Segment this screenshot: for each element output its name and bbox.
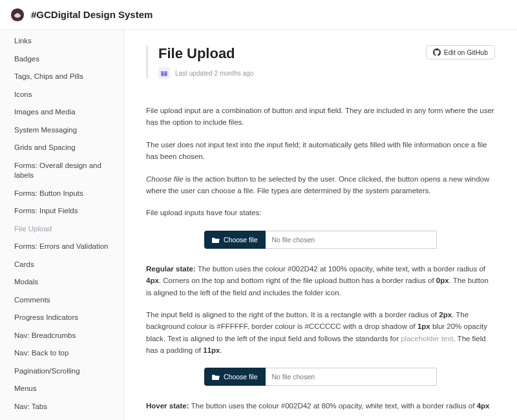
sidebar-item[interactable]: Grids and Spacing	[0, 139, 123, 157]
sidebar-item[interactable]: Links	[0, 32, 123, 50]
choose-file-button[interactable]: Choose file	[204, 231, 266, 249]
avatar	[158, 67, 170, 79]
content-body: File upload input are a combination of b…	[146, 105, 495, 412]
gift-icon	[160, 68, 169, 78]
paragraph: Choose file is the action button to be s…	[146, 173, 495, 197]
file-upload-demo: Choose file No file chosen	[204, 368, 437, 386]
intro-paragraph: File upload input are a combination of b…	[146, 105, 495, 129]
edit-label: Edit on GitHub	[444, 48, 488, 56]
regular-state-input-paragraph: The input field is aligned to the right …	[146, 309, 495, 357]
page-header: File Upload Last updated 2 months ago Ed…	[146, 45, 495, 79]
sidebar-item[interactable]: Tags, Chips and Pills	[0, 68, 123, 86]
sidebar-item[interactable]: Modals	[0, 273, 123, 291]
sidebar-item[interactable]: Forms: Input Fields	[0, 202, 123, 220]
page-meta: Last updated 2 months ago	[158, 67, 426, 79]
sidebar-item[interactable]: Nav: Breadcrumbs	[0, 327, 123, 345]
github-icon	[433, 48, 441, 56]
folder-open-icon	[212, 373, 220, 380]
sidebar-item[interactable]: Forms: Errors and Validation	[0, 238, 123, 256]
app-header: #GCDigital Design System	[0, 0, 517, 30]
svg-rect-3	[164, 71, 164, 76]
file-upload-demo: Choose file No file chosen	[204, 231, 437, 249]
updated-text: Last updated 2 months ago	[175, 70, 253, 77]
sidebar-item[interactable]: Images and Media	[0, 103, 123, 121]
placeholder-text-link[interactable]: placeholder text	[401, 335, 453, 342]
sidebar-item[interactable]: Comments	[0, 291, 123, 310]
sidebar-item[interactable]: Forms: Button Inputs	[0, 185, 123, 203]
sidebar-item[interactable]: Badges	[0, 50, 123, 68]
sidebar-item[interactable]: Forms: Overall design and labels	[0, 157, 123, 185]
sidebar-item[interactable]: Drawers and Accordions	[0, 415, 123, 420]
main-content: File Upload Last updated 2 months ago Ed…	[124, 30, 517, 420]
sidebar-item[interactable]: Pagination/Scrolling	[0, 362, 123, 381]
folder-open-icon	[212, 236, 220, 243]
sidebar-item[interactable]: File Upload	[0, 220, 123, 238]
paragraph: The user does not input text into the in…	[146, 139, 495, 163]
paragraph: File upload inputs have four states:	[146, 207, 495, 218]
hover-state-paragraph: Hover state: The button uses the colour …	[146, 400, 495, 412]
layout: LinksBadgesTags, Chips and PillsIconsIma…	[0, 30, 517, 420]
header-title: #GCDigital Design System	[31, 9, 153, 20]
edit-on-github-button[interactable]: Edit on GitHub	[426, 45, 495, 59]
sidebar-item[interactable]: Nav: Tabs	[0, 398, 123, 416]
sidebar-item[interactable]: Menus	[0, 380, 123, 398]
file-name-field[interactable]: No file chosen	[266, 368, 437, 386]
logo-icon	[10, 8, 25, 22]
sidebar-item[interactable]: Progress Indicators	[0, 309, 123, 327]
regular-state-paragraph: Regular state: The button uses the colou…	[146, 263, 495, 299]
sidebar-item[interactable]: Icons	[0, 86, 123, 104]
file-name-field[interactable]: No file chosen	[266, 231, 437, 249]
sidebar-item[interactable]: Nav: Back to top	[0, 344, 123, 362]
sidebar-item[interactable]: Cards	[0, 256, 123, 274]
sidebar[interactable]: LinksBadgesTags, Chips and PillsIconsIma…	[0, 30, 124, 420]
choose-file-button[interactable]: Choose file	[204, 368, 266, 386]
sidebar-item[interactable]: System Messaging	[0, 121, 123, 140]
page-title: File Upload	[158, 45, 426, 62]
